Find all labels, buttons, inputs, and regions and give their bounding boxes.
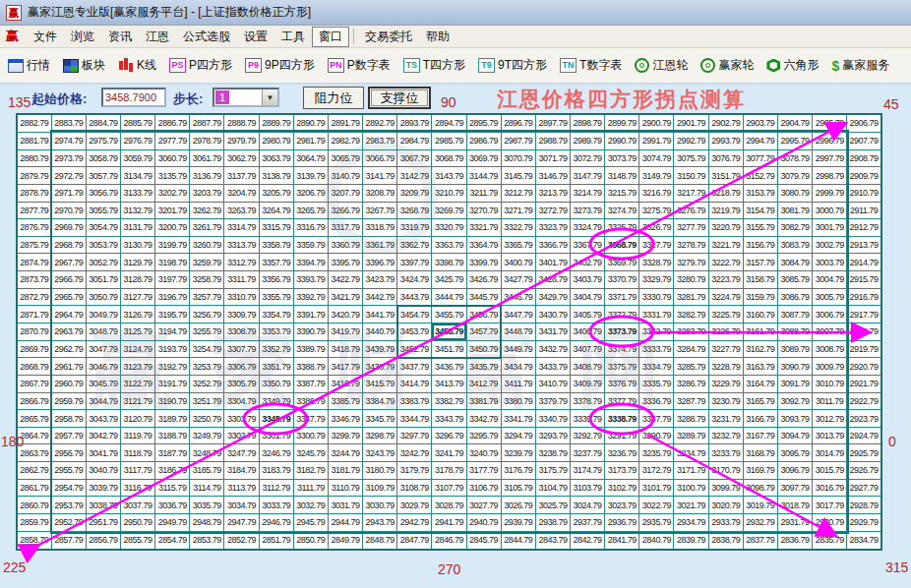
grid-cell[interactable]: 3221.79 xyxy=(708,236,743,254)
grid-cell[interactable]: 3444.79 xyxy=(432,288,466,306)
grid-cell[interactable]: 3135.79 xyxy=(155,167,190,185)
grid-cell[interactable]: 2985.79 xyxy=(432,132,466,149)
grid-cell[interactable]: 2926.79 xyxy=(847,462,881,480)
grid-cell[interactable]: 3331.79 xyxy=(639,306,674,323)
grid-cell[interactable]: 3080.79 xyxy=(777,184,812,202)
grid-cell[interactable]: 2877.79 xyxy=(17,202,51,219)
grid-cell[interactable]: 2878.79 xyxy=(17,184,51,202)
grid-cell[interactable]: 3361.79 xyxy=(363,236,397,254)
grid-cell[interactable]: 3090.79 xyxy=(777,358,812,376)
grid-cell[interactable]: 2945.79 xyxy=(293,514,328,532)
grid-cell[interactable]: 3050.79 xyxy=(86,288,120,306)
grid-cell[interactable]: 3238.79 xyxy=(535,444,570,462)
grid-cell[interactable]: 3008.79 xyxy=(813,340,847,358)
grid-cell[interactable]: 3152.79 xyxy=(743,167,777,185)
resistance-button[interactable]: 阻力位 xyxy=(303,87,364,109)
grid-cell[interactable]: 3073.79 xyxy=(605,149,639,167)
grid-cell[interactable]: 3363.79 xyxy=(432,236,466,254)
grid-cell[interactable]: 2953.79 xyxy=(51,497,86,514)
grid-cell[interactable]: 3138.79 xyxy=(259,167,293,185)
grid-cell[interactable]: 3257.79 xyxy=(190,288,224,306)
grid-cell[interactable]: 3434.79 xyxy=(501,358,535,376)
grid-cell[interactable]: 3054.79 xyxy=(86,219,120,237)
grid-cell[interactable]: 3391.79 xyxy=(293,306,328,323)
grid-cell[interactable]: 2925.79 xyxy=(847,444,881,462)
grid-cell[interactable]: 2956.79 xyxy=(51,444,86,462)
grid-cell[interactable]: 3006.79 xyxy=(813,306,847,323)
grid-cell[interactable]: 3060.79 xyxy=(155,149,190,167)
grid-cell[interactable]: 3091.79 xyxy=(777,375,812,392)
grid-cell[interactable]: 3269.79 xyxy=(432,202,466,219)
grid-cell[interactable]: 2994.79 xyxy=(743,132,777,149)
grid-cell[interactable]: 3112.79 xyxy=(259,479,293,497)
grid-cell[interactable]: 3406.79 xyxy=(571,323,605,341)
grid-cell[interactable]: 3157.79 xyxy=(743,254,777,271)
grid-cell[interactable]: 3083.79 xyxy=(777,236,812,254)
grid-cell[interactable]: 2970.79 xyxy=(51,202,86,219)
grid-cell[interactable]: 3228.79 xyxy=(708,358,743,376)
grid-cell[interactable]: 3070.79 xyxy=(501,149,535,167)
grid-cell[interactable]: 3028.79 xyxy=(432,497,466,514)
grid-cell[interactable]: 3416.79 xyxy=(328,375,362,392)
toolbar-item-六角形[interactable]: 六角形 xyxy=(766,57,819,74)
grid-cell[interactable]: 2839.79 xyxy=(674,531,708,550)
toolbar-item-板块[interactable]: 板块 xyxy=(63,57,105,74)
grid-cell[interactable]: 3171.79 xyxy=(674,462,708,480)
grid-cell[interactable]: 3401.79 xyxy=(535,254,570,271)
grid-cell[interactable]: 3242.79 xyxy=(397,444,432,462)
grid-cell[interactable]: 3426.79 xyxy=(466,271,501,289)
grid-cell[interactable]: 3419.79 xyxy=(328,323,362,341)
toolbar-item-赢家服务[interactable]: $赢家服务 xyxy=(831,57,889,74)
grid-cell[interactable]: 2856.79 xyxy=(86,531,120,550)
grid-cell[interactable]: 3357.79 xyxy=(259,254,293,271)
grid-cell[interactable]: 3154.79 xyxy=(743,202,777,219)
grid-cell[interactable]: 3330.79 xyxy=(639,288,674,306)
grid-cell[interactable]: 2910.79 xyxy=(847,184,881,202)
grid-cell[interactable]: 3053.79 xyxy=(86,236,120,254)
grid-cell[interactable]: 3374.79 xyxy=(605,340,639,358)
grid-cell[interactable]: 2980.79 xyxy=(259,132,293,149)
grid-cell[interactable]: 3385.79 xyxy=(328,392,362,410)
grid-cell[interactable]: 3013.79 xyxy=(813,427,847,444)
grid-cell[interactable]: 2861.79 xyxy=(17,479,51,497)
grid-cell[interactable]: 3367.79 xyxy=(571,236,605,254)
grid-cell[interactable]: 2855.79 xyxy=(120,531,154,550)
grid-cell[interactable]: 3376.79 xyxy=(605,375,639,392)
grid-cell[interactable]: 3114.79 xyxy=(190,479,224,497)
grid-cell[interactable]: 3011.79 xyxy=(813,392,847,410)
grid-cell[interactable]: 3423.79 xyxy=(363,271,397,289)
grid-cell[interactable]: 2932.79 xyxy=(743,514,777,532)
grid-cell[interactable]: 2862.79 xyxy=(17,462,51,480)
grid-cell[interactable]: 3048.79 xyxy=(86,323,120,341)
grid-cell[interactable]: 3249.79 xyxy=(190,427,224,444)
grid-cell[interactable]: 2923.79 xyxy=(847,410,881,428)
grid-cell[interactable]: 3139.79 xyxy=(293,167,328,185)
grid-cell[interactable]: 2998.79 xyxy=(813,167,847,185)
grid-cell[interactable]: 3005.79 xyxy=(813,288,847,306)
grid-cell[interactable]: 3140.79 xyxy=(328,167,362,185)
grid-cell[interactable]: 3058.79 xyxy=(86,149,120,167)
grid-cell[interactable]: 3308.79 xyxy=(224,323,259,341)
grid-cell[interactable]: 3035.79 xyxy=(190,497,224,514)
grid-cell[interactable]: 3403.79 xyxy=(571,271,605,289)
grid-cell[interactable]: 3147.79 xyxy=(571,167,605,185)
grid-cell[interactable]: 3066.79 xyxy=(363,149,397,167)
grid-cell[interactable]: 3172.79 xyxy=(639,462,674,480)
grid-cell[interactable]: 3365.79 xyxy=(501,236,535,254)
grid-cell[interactable]: 3390.79 xyxy=(293,323,328,341)
grid-cell[interactable]: 2917.79 xyxy=(847,306,881,323)
grid-cell[interactable]: 2918.79 xyxy=(847,323,881,341)
grid-cell[interactable]: 3420.79 xyxy=(328,306,362,323)
menu-item-帮助[interactable]: 帮助 xyxy=(419,27,456,47)
grid-cell[interactable]: 3103.79 xyxy=(571,479,605,497)
grid-cell[interactable]: 3184.79 xyxy=(224,462,259,480)
grid-cell[interactable]: 3165.79 xyxy=(743,392,777,410)
grid-cell[interactable]: 3047.79 xyxy=(86,340,120,358)
grid-cell[interactable]: 3286.79 xyxy=(674,375,708,392)
grid-cell[interactable]: 3203.79 xyxy=(190,184,224,202)
grid-cell[interactable]: 3046.79 xyxy=(86,358,120,376)
grid-cell[interactable]: 3278.79 xyxy=(674,236,708,254)
grid-cell[interactable]: 2884.79 xyxy=(86,114,120,132)
grid-cell[interactable]: 2842.79 xyxy=(571,531,605,550)
grid-cell[interactable]: 3207.79 xyxy=(328,184,362,202)
